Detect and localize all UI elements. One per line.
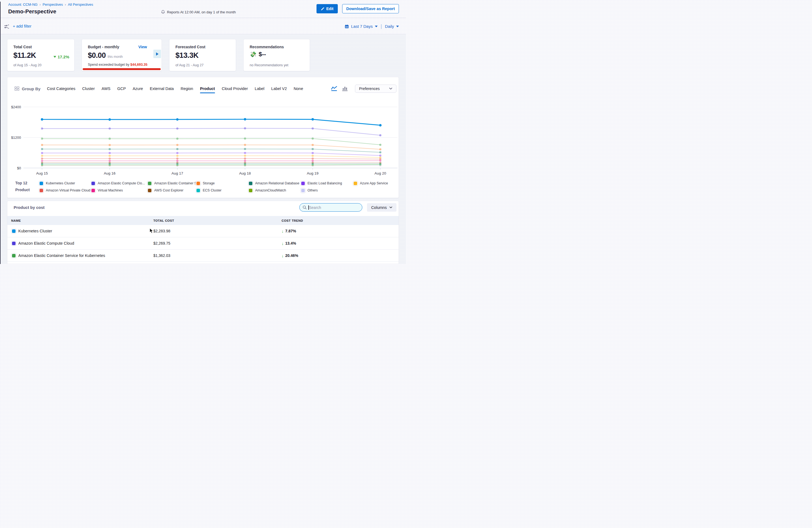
data-point[interactable] <box>41 127 43 130</box>
legend-item[interactable]: Virtual Machines <box>91 189 148 192</box>
data-point[interactable] <box>41 148 43 150</box>
groupby-tab-external-data[interactable]: External Data <box>150 86 174 91</box>
legend-item[interactable]: Amazon Relational Database ... <box>249 181 301 185</box>
data-point[interactable] <box>311 148 314 150</box>
columns-dropdown[interactable]: Columns <box>367 203 396 211</box>
column-header-name[interactable]: NAME <box>8 219 149 222</box>
data-point[interactable] <box>311 118 314 120</box>
data-point[interactable] <box>311 144 314 146</box>
budget-view-link[interactable]: View <box>138 45 147 49</box>
groupby-tab-label-v2[interactable]: Label V2 <box>271 86 287 91</box>
groupby-tab-gcp[interactable]: GCP <box>117 86 126 91</box>
data-point[interactable] <box>41 118 43 120</box>
data-point[interactable] <box>311 127 314 130</box>
data-point[interactable] <box>244 144 246 146</box>
legend-item[interactable]: Others <box>301 189 353 192</box>
data-point[interactable] <box>379 162 381 164</box>
legend-item[interactable]: ECS Cluster <box>197 189 249 192</box>
data-point[interactable] <box>176 157 178 160</box>
filter-sliders-icon[interactable] <box>3 24 10 29</box>
data-point[interactable] <box>41 162 43 164</box>
data-point[interactable] <box>311 157 314 160</box>
data-point[interactable] <box>244 162 246 164</box>
data-point[interactable] <box>176 152 178 154</box>
data-point[interactable] <box>108 137 111 140</box>
data-point[interactable] <box>41 160 43 162</box>
column-header-cost-trend[interactable]: COST TREND <box>278 219 398 222</box>
breadcrumb-perspectives-link[interactable]: Perspectives <box>43 2 63 6</box>
add-filter-button[interactable]: + add filter <box>13 24 31 28</box>
data-point[interactable] <box>176 160 178 162</box>
data-point[interactable] <box>379 134 381 136</box>
table-row[interactable]: Amazon Elastic Compute Cloud$2,269.75↓13… <box>8 237 398 250</box>
data-point[interactable] <box>379 157 381 159</box>
data-point[interactable] <box>379 155 381 157</box>
data-point[interactable] <box>108 127 111 130</box>
budget-expand-button[interactable] <box>153 50 161 58</box>
legend-item[interactable]: Amazon Virtual Private Cloud <box>40 189 91 192</box>
legend-item[interactable]: Kubernetes Cluster <box>40 181 91 185</box>
search-input[interactable] <box>309 205 353 210</box>
data-point[interactable] <box>311 160 314 162</box>
data-point[interactable] <box>244 155 246 157</box>
data-point[interactable] <box>176 127 178 130</box>
groupby-tab-aws[interactable]: AWS <box>102 86 111 91</box>
data-point[interactable] <box>108 155 111 157</box>
data-point[interactable] <box>108 144 111 146</box>
table-row[interactable]: Amazon Elastic Container Service for Kub… <box>8 250 398 262</box>
data-point[interactable] <box>41 155 43 157</box>
legend-item[interactable]: Amazon Elastic Compute Clo... <box>91 181 148 185</box>
data-point[interactable] <box>244 118 246 120</box>
data-point[interactable] <box>108 148 111 150</box>
column-header-total-cost[interactable]: TOTAL COST <box>149 219 278 222</box>
cost-trend-line-chart[interactable]: $0$1200$2400Aug 15Aug 16Aug 17Aug 18Aug … <box>8 103 399 178</box>
data-point[interactable] <box>311 155 314 157</box>
data-point[interactable] <box>41 157 43 160</box>
data-point[interactable] <box>311 152 314 154</box>
data-point[interactable] <box>244 160 246 162</box>
groupby-tab-cloud-provider[interactable]: Cloud Provider <box>222 86 248 91</box>
data-point[interactable] <box>244 148 246 150</box>
data-point[interactable] <box>244 137 246 140</box>
data-point[interactable] <box>108 162 111 164</box>
data-point[interactable] <box>108 158 111 160</box>
breadcrumb-all-perspectives-link[interactable]: All Perspectives <box>68 2 93 6</box>
groupby-tab-label[interactable]: Label <box>255 86 264 91</box>
data-point[interactable] <box>311 162 314 164</box>
data-point[interactable] <box>244 152 246 154</box>
groupby-tab-region[interactable]: Region <box>180 86 193 91</box>
data-point[interactable] <box>176 137 178 140</box>
data-point[interactable] <box>311 137 314 140</box>
data-point[interactable] <box>176 144 178 146</box>
data-point[interactable] <box>379 124 382 127</box>
date-range-dropdown[interactable]: Last 7 Days <box>345 24 378 29</box>
data-point[interactable] <box>244 127 246 130</box>
legend-item[interactable]: Azure App Service <box>353 181 396 185</box>
legend-item[interactable]: AWS Cost Explorer <box>148 189 197 192</box>
data-point[interactable] <box>108 152 111 154</box>
search-box[interactable] <box>299 203 362 211</box>
groupby-tab-cluster[interactable]: Cluster <box>82 86 95 91</box>
data-point[interactable] <box>379 144 381 146</box>
data-point[interactable] <box>41 152 43 154</box>
data-point[interactable] <box>176 162 178 164</box>
data-point[interactable] <box>176 148 178 150</box>
groupby-tab-cost-categories[interactable]: Cost Categories <box>47 86 75 91</box>
breadcrumb-account-link[interactable]: Account: CCM-NG <box>8 2 38 6</box>
data-point[interactable] <box>108 118 111 121</box>
preferences-dropdown[interactable]: Preferences <box>355 85 396 93</box>
granularity-dropdown[interactable]: Daily <box>385 24 399 29</box>
line-chart-icon[interactable] <box>331 86 337 91</box>
bar-chart-icon[interactable] <box>342 86 348 91</box>
groupby-tab-azure[interactable]: Azure <box>133 86 143 91</box>
legend-item[interactable]: Storage <box>197 181 249 185</box>
data-point[interactable] <box>379 148 381 150</box>
download-save-report-button[interactable]: Download/Save as Report <box>342 4 399 13</box>
groupby-tab-none[interactable]: None <box>294 86 303 91</box>
data-point[interactable] <box>41 137 43 140</box>
legend-item[interactable]: Elastic Load Balancing <box>301 181 353 185</box>
data-point[interactable] <box>108 160 111 162</box>
data-point[interactable] <box>176 155 178 157</box>
table-row[interactable]: Kubernetes Cluster$2,283.98↓7.87% <box>8 225 398 237</box>
data-point[interactable] <box>244 157 246 160</box>
